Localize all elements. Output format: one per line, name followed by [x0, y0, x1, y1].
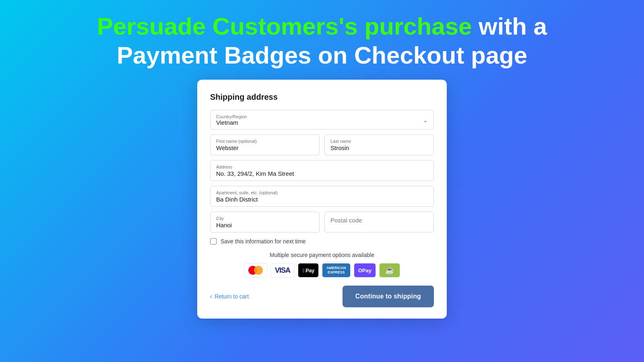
- payment-text: Multiple secure payment options availabl…: [210, 252, 434, 258]
- apartment-input[interactable]: [216, 196, 428, 203]
- back-arrow-icon: ‹: [210, 293, 212, 300]
- chevron-down-icon: ⌄: [423, 117, 428, 123]
- save-info-row: Save this information for next time: [210, 238, 434, 245]
- shopify-badge: ☕: [379, 263, 400, 278]
- checkout-card: Shipping address Country/Region Vietnam …: [197, 80, 447, 319]
- first-name-field: First name (optional): [210, 134, 320, 155]
- hero-title: Persuade Customers's purchase with a Pay…: [97, 12, 547, 70]
- apartment-label: Apartment, suite, etc. (optional): [216, 190, 428, 195]
- postal-field: [324, 212, 434, 232]
- continue-to-shipping-button[interactable]: Continue to shipping: [343, 286, 434, 307]
- address-label: Address: [216, 165, 428, 169]
- shopify-icon: ☕: [385, 266, 394, 275]
- opay-text: OPay: [358, 267, 372, 274]
- last-name-input[interactable]: [330, 144, 428, 151]
- visa-text: VISA: [275, 266, 290, 275]
- mastercard-badge: [244, 263, 267, 278]
- apartment-field: Apartment, suite, etc. (optional): [210, 186, 434, 207]
- first-name-label: First name (optional): [216, 139, 314, 144]
- city-label: City: [216, 216, 314, 221]
- return-label: Return to cart: [215, 293, 249, 300]
- address-input[interactable]: [216, 170, 428, 177]
- country-value: Vietnam: [216, 119, 247, 126]
- city-field: City: [210, 212, 320, 232]
- applepay-badge:  Pay: [298, 263, 319, 278]
- amex-badge: AMERICANEXPRESS: [322, 263, 351, 278]
- first-name-input[interactable]: [216, 144, 314, 151]
- save-info-checkbox[interactable]: [210, 238, 217, 245]
- amex-text: AMERICANEXPRESS: [326, 266, 346, 275]
- payment-section: Multiple secure payment options availabl…: [210, 252, 434, 278]
- postal-input[interactable]: [330, 217, 428, 224]
- country-field[interactable]: Country/Region Vietnam ⌄: [210, 110, 434, 130]
- last-name-field: Last name: [324, 134, 434, 155]
- applepay-text:  Pay: [303, 267, 314, 274]
- hero-highlight: Persuade Customers's purchase: [97, 13, 472, 40]
- last-name-label: Last name: [330, 139, 428, 144]
- footer-actions: ‹ Return to cart Continue to shipping: [210, 286, 434, 307]
- country-label: Country/Region: [216, 114, 247, 119]
- opay-badge: OPay: [354, 263, 376, 278]
- payment-badges: VISA  Pay AMERICANEXPRESS OPay ☕: [210, 263, 434, 278]
- city-input[interactable]: [216, 222, 314, 228]
- mc-orange-circle: [254, 266, 263, 275]
- section-title: Shipping address: [210, 93, 434, 102]
- save-info-label: Save this information for next time: [221, 238, 306, 245]
- return-to-cart-link[interactable]: ‹ Return to cart: [210, 293, 249, 300]
- visa-badge: VISA: [270, 263, 295, 278]
- address-field: Address: [210, 160, 434, 181]
